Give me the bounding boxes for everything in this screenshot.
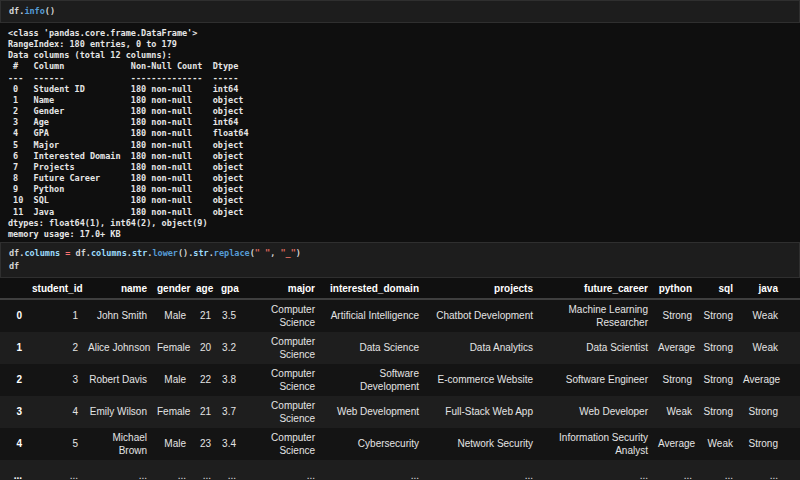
table-cell: Male bbox=[157, 364, 196, 396]
table-cell: Weak bbox=[702, 428, 743, 460]
table-cell: ... bbox=[427, 460, 543, 480]
column-header-interested_domain: interested_domain bbox=[325, 278, 427, 299]
dataframe-body: 01John SmithMale213.5ComputerScienceArti… bbox=[0, 299, 800, 480]
table-cell: 3 bbox=[32, 364, 88, 396]
code-editor-2[interactable]: df.columns = df.columns.str.lower().str.… bbox=[9, 247, 791, 273]
table-cell: ComputerScience bbox=[246, 299, 325, 332]
table-cell: ... bbox=[88, 460, 157, 480]
table-cell: Average bbox=[658, 332, 702, 364]
table-cell: ... bbox=[221, 460, 246, 480]
table-cell: Strong bbox=[658, 364, 702, 396]
table-cell: ... bbox=[196, 460, 221, 480]
row-index: 0 bbox=[0, 299, 32, 332]
index-column-header bbox=[0, 278, 32, 299]
table-cell: ... bbox=[157, 460, 196, 480]
table-cell: Strong bbox=[658, 299, 702, 332]
table-row: 45MichaelBrownMale233.4ComputerScienceCy… bbox=[0, 428, 800, 460]
table-cell: Data Analytics bbox=[427, 332, 543, 364]
table-row: 01John SmithMale213.5ComputerScienceArti… bbox=[0, 299, 800, 332]
code-token-string: " " bbox=[255, 248, 270, 258]
column-header-java: java bbox=[743, 278, 800, 299]
row-index: 1 bbox=[0, 332, 32, 364]
table-row: 23Robert DavisMale223.8ComputerScienceSo… bbox=[0, 364, 800, 396]
table-cell: Software Engineer bbox=[543, 364, 658, 396]
table-cell: Strong bbox=[702, 332, 743, 364]
code-token-function: replace bbox=[214, 248, 250, 258]
table-cell: 3.8 bbox=[221, 364, 246, 396]
column-header-major: major bbox=[246, 278, 325, 299]
table-cell: Strong bbox=[702, 364, 743, 396]
table-cell: Strong bbox=[702, 299, 743, 332]
code-line: df bbox=[9, 260, 791, 273]
table-cell: 23 bbox=[196, 428, 221, 460]
table-cell: 21 bbox=[196, 299, 221, 332]
table-cell: Strong bbox=[743, 428, 800, 460]
header-row: student_idnamegenderagegpamajorintereste… bbox=[0, 278, 800, 299]
table-cell: Information SecurityAnalyst bbox=[543, 428, 658, 460]
table-cell: Weak bbox=[658, 396, 702, 428]
table-cell: Emily Wilson bbox=[88, 396, 157, 428]
code-token-plain: df bbox=[9, 261, 19, 271]
column-header-name: name bbox=[88, 278, 157, 299]
table-cell: Network Security bbox=[427, 428, 543, 460]
table-cell: Average bbox=[743, 364, 800, 396]
table-cell: 3.4 bbox=[221, 428, 246, 460]
table-cell: ComputerScience bbox=[246, 364, 325, 396]
table-cell: Weak bbox=[743, 332, 800, 364]
column-header-gpa: gpa bbox=[221, 278, 246, 299]
table-cell: 4 bbox=[32, 396, 88, 428]
table-cell: ... bbox=[32, 460, 88, 480]
table-cell: Male bbox=[157, 428, 196, 460]
column-header-projects: projects bbox=[427, 278, 543, 299]
table-cell: 5 bbox=[32, 428, 88, 460]
table-cell: Robert Davis bbox=[88, 364, 157, 396]
table-cell: 21 bbox=[196, 396, 221, 428]
code-token-property: str bbox=[132, 248, 147, 258]
column-header-gender: gender bbox=[157, 278, 196, 299]
table-cell: 2 bbox=[32, 332, 88, 364]
table-cell: Data Scientist bbox=[543, 332, 658, 364]
table-cell: Artificial Intelligence bbox=[325, 299, 427, 332]
table-cell: MichaelBrown bbox=[88, 428, 157, 460]
code-token-plain: , bbox=[270, 248, 280, 258]
code-token-function: lower bbox=[152, 248, 178, 258]
code-line: df.columns = df.columns.str.lower().str.… bbox=[9, 247, 791, 260]
table-row: ....................................... bbox=[0, 460, 800, 480]
code-token-string: "_" bbox=[280, 248, 295, 258]
table-cell: ComputerScience bbox=[246, 332, 325, 364]
column-header-sql: sql bbox=[702, 278, 743, 299]
table-cell: Chatbot Development bbox=[427, 299, 543, 332]
code-token-plain: df bbox=[9, 248, 19, 258]
table-cell: Female bbox=[157, 332, 196, 364]
table-cell: Weak bbox=[743, 299, 800, 332]
code-editor-1[interactable]: df.info() bbox=[9, 5, 791, 18]
dataframe-table: student_idnamegenderagegpamajorintereste… bbox=[0, 278, 800, 480]
table-cell: ComputerScience bbox=[246, 428, 325, 460]
table-cell: E-commerce Website bbox=[427, 364, 543, 396]
code-token-property: columns bbox=[91, 248, 127, 258]
code-cell-2[interactable]: df.columns = df.columns.str.lower().str.… bbox=[0, 242, 800, 278]
code-cell-1[interactable]: df.info() bbox=[0, 0, 800, 23]
column-header-student_id: student_id bbox=[32, 278, 88, 299]
table-cell: Machine LearningResearcher bbox=[543, 299, 658, 332]
column-header-python: python bbox=[658, 278, 702, 299]
table-cell: 22 bbox=[196, 364, 221, 396]
table-cell: Strong bbox=[743, 396, 800, 428]
table-cell: 3.2 bbox=[221, 332, 246, 364]
table-cell: Cybersecurity bbox=[325, 428, 427, 460]
table-cell: Male bbox=[157, 299, 196, 332]
table-cell: Average bbox=[658, 428, 702, 460]
info-output: <class 'pandas.core.frame.DataFrame'> Ra… bbox=[0, 26, 800, 240]
table-cell: ... bbox=[658, 460, 702, 480]
table-row: 12Alice JohnsonFemale203.2ComputerScienc… bbox=[0, 332, 800, 364]
table-cell: Strong bbox=[702, 396, 743, 428]
code-token-plain: df bbox=[76, 248, 86, 258]
table-cell: ... bbox=[702, 460, 743, 480]
table-cell: SoftwareDevelopment bbox=[325, 364, 427, 396]
table-row: 34Emily WilsonFemale213.7ComputerScience… bbox=[0, 396, 800, 428]
dataframe-header: student_idnamegenderagegpamajorintereste… bbox=[0, 278, 800, 299]
table-cell: Data Science bbox=[325, 332, 427, 364]
code-line: df.info() bbox=[9, 5, 791, 18]
notebook-page: { "colors": { "page_background": "#0f0f0… bbox=[0, 0, 800, 480]
code-token-property: str bbox=[193, 248, 208, 258]
